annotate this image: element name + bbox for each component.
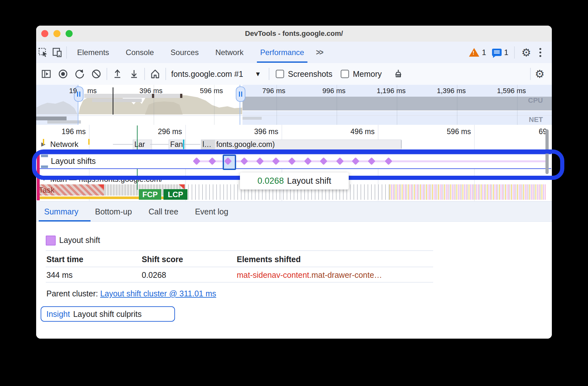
clear-icon[interactable] [88,68,105,79]
col-shift-score: Shift score [142,255,183,264]
upload-profile-icon[interactable] [109,68,126,79]
layout-shift-diamond[interactable] [385,157,392,165]
memory-toggle[interactable]: Memory [341,69,390,79]
title-bar: DevTools - fonts.google.com/ [36,26,552,42]
screenshots-toggle[interactable]: Screenshots [276,69,341,79]
home-icon[interactable] [147,68,163,79]
long-task-corner [179,184,185,189]
overview-separator [276,85,277,125]
ruler-tick-label: 596 ms [423,127,471,136]
overview-right-handle[interactable] [236,86,245,102]
parent-cluster-row: Parent cluster: Layout shift cluster @ 3… [46,289,216,298]
cell-elements-shifted[interactable]: mat-sidenav-content.mat-drawer-conte… [237,270,382,280]
layout-shift-diamond[interactable] [193,157,200,165]
issues-icon[interactable] [492,49,502,56]
warning-icon[interactable]: ! [469,48,479,57]
divider [144,68,145,80]
network-connector [150,144,169,145]
divider [46,282,433,283]
tracks-scrollbar-thumb[interactable] [545,129,549,174]
element-class: .mat-drawer-conte… [309,270,382,279]
layout-shift-diamond[interactable] [352,157,359,165]
track-corner-chip [41,165,48,168]
layout-shift-diamond[interactable] [336,157,344,165]
network-request-bar[interactable]: l… [201,140,216,150]
ruler-tick-label: 496 ms [327,127,375,136]
device-toolbar-icon[interactable] [50,47,64,58]
reload-record-icon[interactable] [71,68,88,79]
cpu-strip-label: CPU [528,96,543,105]
track-left-stripe [37,154,40,200]
cell-start-time: 344 ms [46,270,73,280]
performance-toolbar: fonts.google.com #1 ▼ Screenshots Memory… [36,63,552,85]
memory-label: Memory [353,69,382,79]
network-connector [113,144,133,145]
divider [514,46,515,59]
tab-summary[interactable]: Summary [44,207,78,216]
layout-shift-diamond[interactable] [320,157,327,165]
divider [530,68,531,80]
garbage-collect-icon[interactable] [390,68,407,79]
settings-gear-icon[interactable]: ⚙ [519,47,533,58]
layout-shift-diamond[interactable] [272,157,280,165]
divider [107,68,107,80]
tab-network[interactable]: Network [207,42,252,63]
more-tabs-icon[interactable]: >> [313,47,327,57]
toggle-sidebar-icon[interactable] [38,69,55,79]
tab-call-tree[interactable]: Call tree [148,207,178,216]
overview-first-label-post: ms [87,87,97,95]
layout-shift-diamond[interactable] [368,157,375,165]
lcp-badge[interactable]: LCP [163,189,187,200]
screenshots-checkbox[interactable] [276,70,284,78]
details-tab-bar: Summary Bottom-up Call tree Event log [36,201,552,222]
chevron-down-icon[interactable]: ▼ [255,70,261,78]
insight-button[interactable]: Insight Layout shift culprits [41,306,175,322]
overview-separator [457,85,457,125]
tooltip-label: Layout shift [287,176,331,186]
download-profile-icon[interactable] [126,68,142,79]
tab-performance[interactable]: Performance [252,42,312,63]
network-request-bar[interactable]: fonts.google.com) [215,140,401,150]
fcp-badge[interactable]: FCP [139,189,161,200]
ruler-tick-label: 196 ms [38,127,86,136]
layout-shift-legend-label: Layout shift [59,236,100,245]
capture-settings-gear-icon[interactable]: ⚙ [533,68,547,79]
track-corner-chip [41,155,48,157]
layout-shift-diamond[interactable] [240,157,248,165]
parent-cluster-label: Parent cluster: [46,289,100,298]
collapse-triangle-icon[interactable]: ▼ [41,176,47,182]
tab-console[interactable]: Console [117,42,162,63]
diamond-layer [37,154,551,168]
network-track[interactable]: ▶ Network Lar Fan l… fonts.google.com) [36,139,552,150]
insight-badge: Insight [46,310,70,319]
network-tick [88,139,90,145]
memory-checkbox[interactable] [341,70,349,78]
layout-shift-diamond[interactable] [208,157,216,165]
divider [46,250,433,251]
layout-shifts-track[interactable]: Layout shifts [37,154,551,169]
overview-first-label-pre: 19 [69,87,77,95]
timeline-overview[interactable]: 396 ms596 ms796 ms996 ms1,196 ms1,396 ms… [36,85,552,125]
layout-shift-diamond[interactable] [256,157,264,165]
tab-bottom-up[interactable]: Bottom-up [95,207,132,216]
network-connector [184,144,200,145]
network-request-bar[interactable]: Lar [133,140,152,150]
cell-shift-score: 0.0268 [142,270,166,280]
layout-shift-diamond[interactable] [288,157,296,165]
issues-count: 1 [504,48,508,57]
tab-event-log[interactable]: Event log [195,207,228,216]
tab-sources[interactable]: Sources [162,42,207,63]
record-icon[interactable] [55,68,71,79]
inspect-element-icon[interactable] [36,47,50,58]
session-select[interactable]: fonts.google.com #1 [171,69,243,79]
timeline-tracks[interactable]: 196 ms296 ms396 ms496 ms596 ms69 ▶ Netwo… [36,125,552,201]
chevron-right-icon: >> [316,47,323,57]
tab-elements[interactable]: Elements [69,42,117,63]
tooltip-score: 0.0268 [258,176,284,186]
layout-shift-diamond[interactable] [304,157,312,165]
overview-time-label: 1,7 [534,87,552,95]
parent-cluster-link[interactable]: Layout shift cluster @ 311.01 ms [100,289,216,298]
warning-count: 1 [482,48,486,57]
element-tag[interactable]: mat-sidenav-content [237,270,309,279]
kebab-menu-icon[interactable] [533,48,547,57]
